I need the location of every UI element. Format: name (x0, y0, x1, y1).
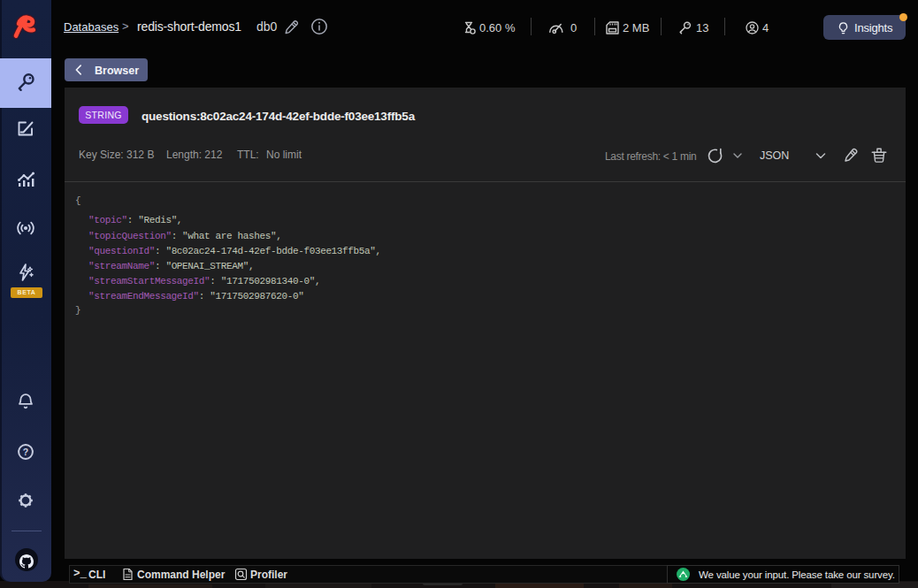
svg-text:?: ? (23, 447, 28, 457)
